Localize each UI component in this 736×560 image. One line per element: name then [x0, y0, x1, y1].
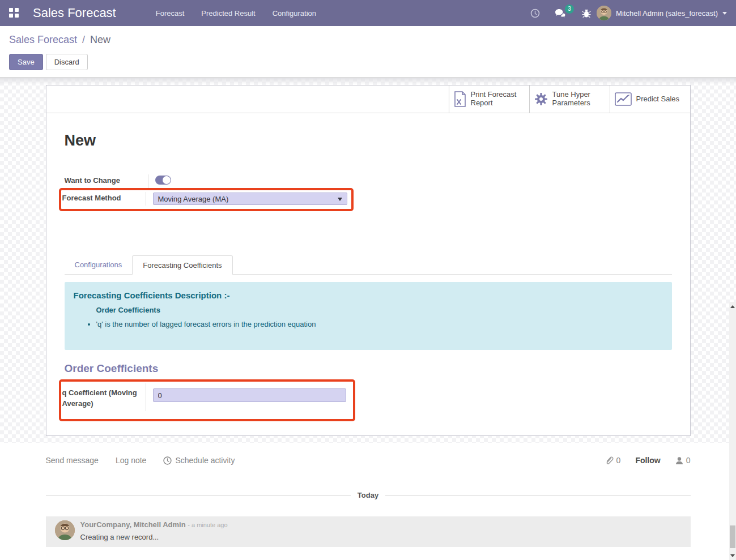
follower-person-icon [675, 456, 683, 465]
activities-clock-icon[interactable] [530, 8, 540, 18]
schedule-activity-button[interactable]: Schedule activity [163, 456, 235, 465]
breadcrumb: Sales Forecast / New [9, 34, 727, 46]
menu-configuration[interactable]: Configuration [273, 9, 316, 18]
vertical-scrollbar[interactable] [729, 302, 736, 560]
info-alert-bullet: 'q' is the number of lagged forecast err… [96, 320, 663, 328]
breadcrumb-separator: / [80, 34, 87, 45]
tune-hyper-parameters-button[interactable]: Tune Hyper Parameters [529, 86, 610, 113]
scroll-down-arrow-icon[interactable] [729, 552, 736, 559]
menu-forecast[interactable]: Forecast [156, 9, 185, 18]
bug-icon[interactable] [582, 8, 591, 18]
info-alert-subtitle: Order Coefficients [96, 306, 663, 314]
gear-icon [534, 92, 548, 106]
forecast-method-row: Forecast Method Moving Average (MA) [62, 192, 351, 206]
chart-line-icon [615, 92, 632, 106]
want-to-change-label: Want to Change [65, 174, 148, 188]
excel-report-icon [454, 91, 466, 107]
scrollbar-thumb[interactable] [730, 525, 735, 548]
chatter-message: YourCompany, Mitchell Admin - a minute a… [46, 516, 691, 547]
want-to-change-toggle[interactable] [155, 176, 171, 185]
messages-count-badge: 3 [565, 5, 574, 14]
forecast-method-select[interactable]: Moving Average (MA) [153, 193, 347, 205]
notebook-tabs: Configurations Forecasting Coefficients [65, 255, 672, 275]
tab-configurations[interactable]: Configurations [65, 255, 133, 274]
button-box: Print Forecast Report Tune Hyper Paramet… [46, 86, 690, 113]
save-button[interactable]: Save [9, 54, 43, 70]
form-view-background: Print Forecast Report Tune Hyper Paramet… [0, 78, 736, 560]
breadcrumb-sales-forecast[interactable]: Sales Forecast [9, 34, 77, 45]
chatter: Send message Log note Schedule activity … [0, 443, 736, 560]
record-title: New [65, 132, 672, 149]
predict-sales-label: Predict Sales [636, 95, 680, 104]
q-coefficient-label: q Coefficient (Moving Average) [62, 383, 146, 411]
forecast-method-value: Moving Average (MA) [158, 195, 229, 203]
want-to-change-row: Want to Change [65, 174, 672, 188]
log-note-button[interactable]: Log note [116, 456, 147, 465]
message-avatar [55, 520, 75, 540]
schedule-activity-label: Schedule activity [175, 456, 235, 465]
user-avatar [597, 6, 611, 20]
q-coefficient-row: q Coefficient (Moving Average) [62, 383, 353, 411]
user-name: Mitchell Admin (sales_forecast) [616, 9, 718, 18]
info-alert-title: Forecasting Coefficients Description :- [74, 290, 663, 300]
control-panel: Sales Forecast / New Save Discard [0, 26, 736, 78]
form-sheet: Print Forecast Report Tune Hyper Paramet… [46, 85, 691, 436]
apps-menu-icon[interactable] [9, 8, 19, 18]
follow-button[interactable]: Follow [635, 456, 660, 465]
followers-button[interactable]: 0 [675, 456, 691, 465]
schedule-clock-icon [163, 456, 172, 465]
today-label: Today [351, 491, 385, 499]
paperclip-icon [605, 456, 614, 465]
q-coefficient-input[interactable] [153, 388, 346, 402]
send-message-button[interactable]: Send message [46, 456, 99, 465]
main-menu: Forecast Predicted Result Configuration [156, 9, 316, 18]
follower-count: 0 [686, 456, 691, 465]
q-coefficient-highlight: q Coefficient (Moving Average) [59, 379, 355, 421]
app-title[interactable]: Sales Forecast [33, 6, 116, 20]
tab-forecasting-coefficients[interactable]: Forecasting Coefficients [132, 255, 232, 275]
attachments-button[interactable]: 0 [605, 456, 621, 465]
message-timestamp: - a minute ago [188, 521, 227, 528]
discard-button[interactable]: Discard [46, 54, 88, 70]
menu-predicted-result[interactable]: Predicted Result [201, 9, 255, 18]
predict-sales-button[interactable]: Predict Sales [610, 86, 690, 113]
message-body: Creating a new record... [80, 533, 228, 541]
systray: 3 [530, 8, 591, 18]
dropdown-arrow-icon [338, 198, 342, 201]
messages-icon[interactable]: 3 [555, 8, 567, 18]
tune-hyper-parameters-label: Tune Hyper Parameters [552, 91, 605, 108]
order-coefficients-heading: Order Coefficients [65, 362, 672, 375]
chevron-down-icon [722, 12, 727, 15]
breadcrumb-current: New [90, 34, 110, 45]
top-navbar: Sales Forecast Forecast Predicted Result… [0, 0, 736, 26]
forecast-method-highlight: Forecast Method Moving Average (MA) [59, 188, 354, 211]
forecast-method-label: Forecast Method [62, 192, 146, 206]
message-author[interactable]: YourCompany, Mitchell Admin [80, 520, 186, 529]
attachment-count: 0 [616, 456, 621, 465]
today-divider: Today [46, 491, 691, 499]
scroll-up-arrow-icon[interactable] [729, 303, 736, 310]
info-alert: Forecasting Coefficients Description :- … [65, 282, 672, 350]
print-forecast-report-label: Print Forecast Report [471, 91, 525, 108]
user-menu[interactable]: Mitchell Admin (sales_forecast) [597, 6, 727, 20]
print-forecast-report-button[interactable]: Print Forecast Report [449, 86, 529, 113]
